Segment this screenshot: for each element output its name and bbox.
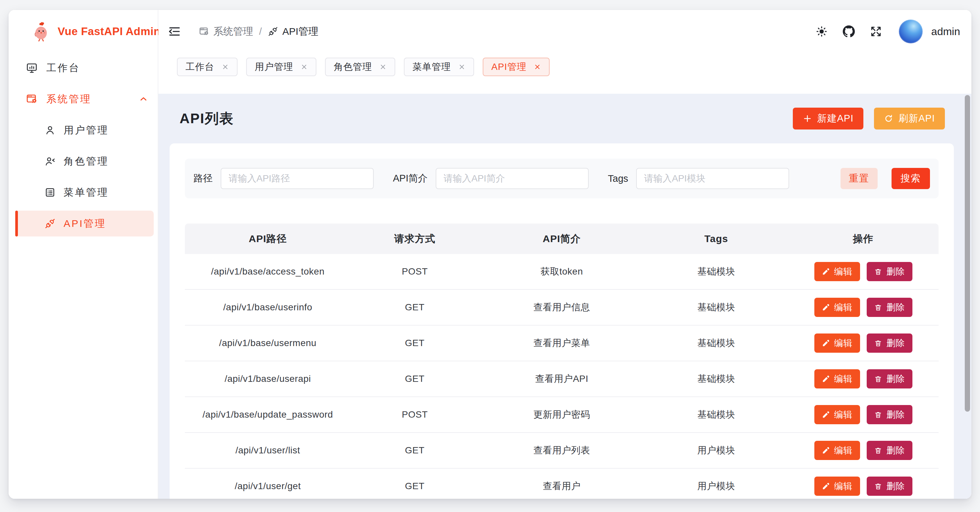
- monitor-icon: [26, 62, 38, 74]
- edit-label: 编辑: [834, 409, 853, 421]
- pencil-icon: [822, 267, 830, 276]
- delete-label: 删除: [886, 266, 905, 278]
- summary-filter-input[interactable]: [436, 168, 589, 189]
- delete-button[interactable]: 删除: [867, 334, 912, 353]
- table-row: /api/v1/base/usermenu GET 查看用户菜单 基础模块 编辑…: [185, 326, 939, 361]
- sidebar-collapse-button[interactable]: [168, 25, 181, 38]
- cell-tags: 用户模块: [645, 480, 788, 493]
- cell-actions: 编辑 删除: [788, 405, 939, 424]
- app-window: Vue FastAPI Admin 工作台 系统管理 用户管理 角色管理: [9, 10, 971, 499]
- cell-actions: 编辑 删除: [788, 334, 939, 353]
- github-link-button[interactable]: [843, 25, 855, 38]
- pencil-icon: [822, 339, 830, 347]
- column-header-tags: Tags: [645, 233, 788, 245]
- page-actions: 新建API 刷新API: [793, 108, 945, 129]
- create-api-button[interactable]: 新建API: [793, 108, 864, 129]
- main-area: 系统管理 / API管理 admin: [158, 10, 971, 499]
- edit-button[interactable]: 编辑: [815, 477, 860, 496]
- trash-icon: [874, 267, 882, 276]
- delete-button[interactable]: 删除: [867, 441, 912, 460]
- cell-path: /api/v1/base/userapi: [185, 374, 351, 384]
- cell-path: /api/v1/base/userinfo: [185, 302, 351, 313]
- refresh-api-button[interactable]: 刷新API: [874, 108, 945, 129]
- delete-button[interactable]: 删除: [867, 369, 912, 388]
- edit-label: 编辑: [834, 480, 853, 492]
- page-header: API列表 新建API 刷新API: [158, 94, 971, 143]
- vertical-scrollbar-thumb[interactable]: [965, 95, 970, 412]
- breadcrumb-item-api[interactable]: API管理: [268, 25, 318, 38]
- table-row: /api/v1/base/update_password POST 更新用户密码…: [185, 397, 939, 433]
- cell-actions: 编辑 删除: [788, 477, 939, 496]
- user-avatar[interactable]: [899, 19, 923, 43]
- tab-label: 工作台: [186, 60, 214, 73]
- delete-button[interactable]: 删除: [867, 405, 912, 424]
- edit-button[interactable]: 编辑: [815, 369, 860, 388]
- tab-label: API管理: [491, 60, 527, 73]
- reset-button[interactable]: 重置: [840, 168, 878, 189]
- column-header-summary: API简介: [479, 232, 645, 246]
- theme-toggle-button[interactable]: [815, 25, 828, 38]
- column-header-actions: 操作: [788, 232, 939, 246]
- trash-icon: [874, 411, 882, 419]
- edit-label: 编辑: [834, 373, 853, 385]
- tab-api[interactable]: API管理: [483, 57, 550, 76]
- cell-summary: 更新用户密码: [479, 408, 645, 421]
- tab-close-icon[interactable]: [379, 63, 387, 70]
- plus-icon: [803, 114, 812, 123]
- delete-button[interactable]: 删除: [867, 262, 912, 281]
- column-header-method: 请求方式: [351, 232, 479, 246]
- menu-fold-icon: [168, 25, 181, 38]
- user-name[interactable]: admin: [931, 25, 960, 38]
- table-row: /api/v1/user/list GET 查看用户列表 用户模块 编辑 删除: [185, 433, 939, 469]
- delete-button[interactable]: 删除: [867, 298, 912, 317]
- sidebar-item-system[interactable]: 系统管理: [9, 86, 158, 112]
- edit-button[interactable]: 编辑: [815, 298, 860, 317]
- sidebar-item-label: 角色管理: [64, 155, 109, 168]
- app-logo[interactable]: Vue FastAPI Admin: [9, 10, 158, 53]
- cell-method: GET: [351, 481, 479, 491]
- tab-workbench[interactable]: 工作台: [177, 57, 237, 76]
- sidebar-item-menus[interactable]: 菜单管理: [9, 180, 158, 205]
- tab-menus[interactable]: 菜单管理: [404, 57, 474, 76]
- sidebar-item-api[interactable]: API管理: [15, 211, 154, 237]
- edit-button[interactable]: 编辑: [815, 405, 860, 424]
- role-user-icon: [45, 156, 56, 167]
- delete-button[interactable]: 删除: [867, 477, 912, 496]
- api-table-card: 路径 API简介 Tags 重置 搜索: [170, 143, 954, 499]
- tab-close-icon[interactable]: [222, 63, 229, 70]
- sidebar-item-workbench[interactable]: 工作台: [9, 55, 158, 81]
- refresh-api-label: 刷新API: [899, 112, 935, 125]
- pencil-icon: [822, 411, 830, 419]
- sidebar-item-roles[interactable]: 角色管理: [9, 148, 158, 174]
- path-filter-input[interactable]: [221, 168, 374, 189]
- tab-close-icon[interactable]: [534, 63, 541, 70]
- api-table: API路径 请求方式 API简介 Tags 操作 /api/v1/base/ac…: [185, 224, 939, 499]
- chevron-up-icon: [138, 94, 148, 104]
- edit-button[interactable]: 编辑: [815, 262, 860, 281]
- filter-bar: 路径 API简介 Tags 重置 搜索: [185, 159, 939, 199]
- search-button[interactable]: 搜索: [891, 168, 930, 189]
- tab-users[interactable]: 用户管理: [246, 57, 317, 76]
- cell-summary: 查看用户: [479, 480, 645, 493]
- pencil-icon: [822, 447, 830, 455]
- edit-button[interactable]: 编辑: [815, 334, 860, 353]
- chick-logo-icon: [32, 22, 50, 41]
- cell-path: /api/v1/base/access_token: [185, 266, 351, 277]
- fullscreen-button[interactable]: [870, 25, 882, 38]
- edit-button[interactable]: 编辑: [815, 441, 860, 460]
- filter-tags-group: Tags: [608, 168, 789, 189]
- edit-label: 编辑: [834, 266, 853, 278]
- delete-label: 删除: [886, 373, 905, 385]
- tags-filter-input[interactable]: [636, 168, 789, 189]
- sidebar-item-users[interactable]: 用户管理: [9, 117, 158, 143]
- trash-icon: [874, 482, 882, 490]
- tab-close-icon[interactable]: [301, 63, 308, 70]
- tab-roles[interactable]: 角色管理: [325, 57, 395, 76]
- edit-label: 编辑: [834, 444, 853, 456]
- tags-filter-label: Tags: [608, 173, 628, 184]
- breadcrumb-item-system[interactable]: 系统管理: [199, 25, 253, 38]
- tab-close-icon[interactable]: [458, 63, 466, 70]
- delete-label: 删除: [886, 444, 905, 456]
- top-bar: 系统管理 / API管理 admin: [158, 10, 971, 53]
- table-row: /api/v1/base/access_token POST 获取token 基…: [185, 254, 939, 290]
